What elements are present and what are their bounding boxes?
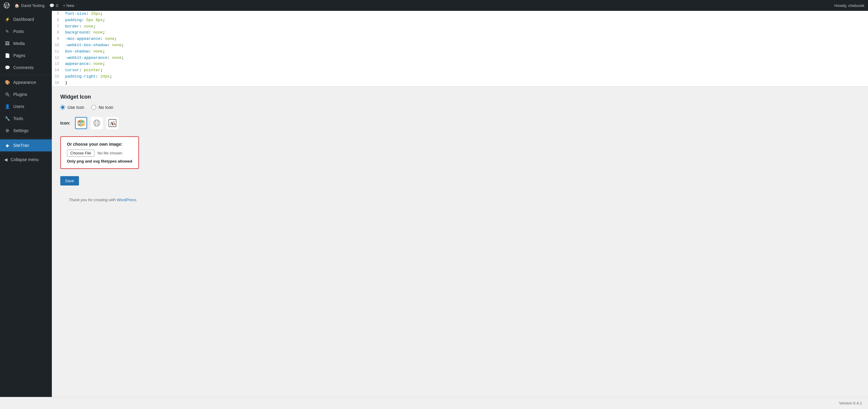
sidebar: ⚡ Dashboard ✎ Posts 🖼 Media 📄 Pages 💬 Co… [0,11,52,397]
content-area: 5 font-size: 15px; 6 padding: 5px 8px; 7… [52,11,868,397]
svg-rect-3 [79,123,81,125]
line-number: 10 [52,42,64,48]
sidebar-item-plugins[interactable]: 🔌 Plugins [0,88,52,100]
line-number: 16 [52,80,64,86]
box-icon [77,119,85,127]
settings-content: Widget Icon Use Icon No Icon Icon: [52,87,323,212]
sitetran-icon: ◆ [4,142,10,148]
font-icon: A [108,119,117,127]
line-number: 14 [52,67,64,73]
svg-rect-1 [79,120,81,122]
settings-icon: ⚙ [4,127,10,134]
code-line-7: 7 border: none; [52,24,868,30]
plugins-icon: 🔌 [4,91,10,97]
sidebar-item-comments[interactable]: 💬 Comments [0,61,52,74]
collapse-label: Collapse menu [10,157,38,162]
comments-nav-icon: 💬 [4,64,10,70]
no-icon-radio[interactable] [91,105,96,110]
widget-icon-title: Widget Icon [60,94,315,100]
sidebar-item-tools[interactable]: 🔧 Tools [0,113,52,124]
sidebar-divider-3 [0,153,52,153]
comments-link[interactable]: 💬 0 [50,3,58,8]
page-footer: Thank you for creating with WordPress. [60,195,315,204]
icon-field-label: Icon: [60,121,70,125]
sidebar-item-label: SiteTran [13,143,29,148]
line-number: 13 [52,61,64,67]
svg-rect-2 [82,120,84,122]
sidebar-item-pages[interactable]: 📄 Pages [0,50,52,61]
save-button[interactable]: Save [60,176,79,185]
use-icon-text: Use Icon [67,105,84,110]
appearance-icon: 🎨 [4,79,10,85]
custom-image-box: Or choose your own image: Choose File No… [60,136,139,169]
wp-logo-link[interactable] [4,2,10,8]
pages-icon: 📄 [4,53,10,59]
globe-icon [93,119,101,127]
code-line-11: 11 box-shadow: none; [52,49,868,55]
wp-logo-icon [4,2,10,8]
sidebar-item-posts[interactable]: ✎ Posts [0,25,52,37]
icon-option-globe[interactable] [91,117,103,129]
line-number: 15 [52,74,64,80]
sidebar-item-label: Comments [13,65,34,70]
new-label: + New [63,3,74,8]
footer-thank-you: Thank you for creating with [69,198,117,202]
code-editor: 5 font-size: 15px; 6 padding: 5px 8px; 7… [52,11,868,87]
icon-option-font[interactable]: A [106,117,119,129]
dashboard-icon: ⚡ [4,16,10,22]
sidebar-item-label: Users [13,104,24,109]
admin-bar: 🏠 David Testing 💬 0 + New Howdy, chebure… [0,0,868,11]
posts-icon: ✎ [4,28,10,34]
icon-option-box[interactable] [75,117,87,129]
code-line-16: 16 } [52,80,868,86]
line-number: 5 [52,11,64,17]
code-line-14: 14 cursor: pointer; [52,67,868,74]
use-icon-label[interactable]: Use Icon [60,105,84,110]
howdy-text: Howdy, cheburek [835,3,864,8]
sidebar-item-label: Posts [13,29,24,34]
collapse-menu-button[interactable]: ◀ Collapse menu [0,154,52,165]
sidebar-item-appearance[interactable]: 🎨 Appearance [0,76,52,88]
code-line-12: 12 -webkit-appearance: none; [52,55,868,61]
sidebar-item-dashboard[interactable]: ⚡ Dashboard [0,13,52,25]
code-line-5: 5 font-size: 15px; [52,11,868,17]
media-icon: 🖼 [4,40,10,47]
sidebar-item-label: Appearance [13,80,36,85]
sidebar-item-label: Pages [13,53,25,58]
sidebar-item-settings[interactable]: ⚙ Settings [0,124,52,137]
code-line-13: 13 appearance: none; [52,61,868,67]
no-icon-text: No Icon [98,105,113,110]
footer-wordpress-link[interactable]: WordPress. [117,198,137,202]
code-line-9: 9 -moz-appearance: none; [52,36,868,42]
sidebar-item-sitetran[interactable]: ◆ SiteTran [0,139,52,151]
new-content-link[interactable]: + New [63,3,74,8]
line-number: 11 [52,49,64,55]
version-bar: Version 6.4.1 [0,397,868,409]
no-icon-label[interactable]: No Icon [91,105,113,110]
collapse-icon: ◀ [4,157,7,162]
sidebar-divider [0,75,52,75]
line-number: 8 [52,30,64,36]
line-number: 7 [52,24,64,30]
site-name: David Testing [21,3,44,8]
icon-selector-row: Icon: [60,117,315,129]
file-types-note: Only png and svg filetypes allowed [67,159,132,164]
version-text: Version 6.4.1 [839,401,862,405]
site-name-link[interactable]: 🏠 David Testing [14,3,44,8]
use-icon-radio[interactable] [60,105,65,110]
comments-icon: 💬 [50,3,54,8]
tools-icon: 🔧 [4,116,10,122]
code-line-6: 6 padding: 5px 8px; [52,17,868,24]
users-icon: 👤 [4,104,10,110]
svg-rect-4 [82,123,84,125]
svg-text:A: A [110,121,114,126]
icon-radio-group: Use Icon No Icon [60,105,315,110]
line-number: 6 [52,18,64,23]
home-icon: 🏠 [14,3,19,8]
choose-file-button[interactable]: Choose File [67,150,94,156]
line-number: 12 [52,55,64,61]
sidebar-item-users[interactable]: 👤 Users [0,100,52,113]
sidebar-item-media[interactable]: 🖼 Media [0,37,52,50]
line-number: 9 [52,36,64,42]
code-line-10: 10 -webkit-box-shadow: none; [52,42,868,49]
